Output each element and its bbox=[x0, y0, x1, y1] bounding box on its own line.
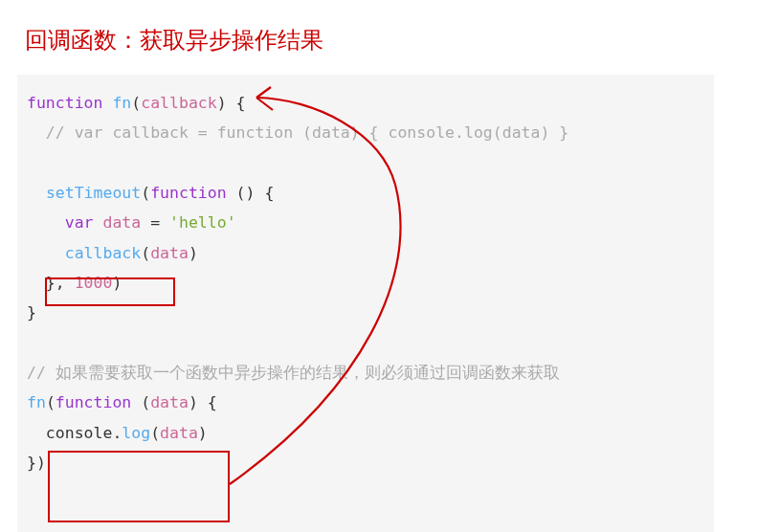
tok-paren: ( bbox=[141, 244, 150, 262]
tok-paren: ( bbox=[46, 393, 56, 411]
tok-func: fn bbox=[112, 94, 131, 112]
tok-call: log bbox=[122, 424, 150, 442]
tok-paren: ( bbox=[131, 94, 141, 112]
tok-keyword: function bbox=[56, 393, 131, 411]
indent: console. bbox=[27, 424, 122, 442]
indent bbox=[27, 184, 46, 202]
tok-paren: ( bbox=[141, 184, 150, 202]
tok-paren: ) bbox=[198, 424, 208, 442]
tok-ident: data bbox=[150, 244, 189, 262]
indent bbox=[27, 213, 65, 232]
tok-comment: // 如果需要获取一个函数中异步操作的结果，则必须通过回调函数来获取 bbox=[27, 364, 560, 382]
tok-string: 'hello' bbox=[169, 213, 236, 232]
tok-keyword: function bbox=[27, 94, 102, 112]
tok-paren: ) { bbox=[189, 393, 217, 411]
code-block: function fn(callback) { // var callback … bbox=[17, 75, 714, 532]
tok-call: setTimeout bbox=[46, 184, 141, 202]
tok-ident: data bbox=[160, 424, 198, 442]
tok-ident: data bbox=[94, 213, 142, 232]
tok-paren: ) bbox=[112, 274, 122, 292]
highlight-box-anon-fn bbox=[48, 451, 230, 522]
indent: }, bbox=[27, 274, 75, 292]
tok-paren: ( bbox=[150, 424, 160, 442]
tok-keyword: function bbox=[150, 184, 226, 202]
tok-num: 1000 bbox=[75, 274, 113, 292]
indent bbox=[27, 244, 65, 262]
tok-paren: () { bbox=[227, 184, 275, 202]
tok-var: var bbox=[65, 213, 94, 232]
tok-ident: callback bbox=[141, 94, 216, 112]
tok-brace: } bbox=[27, 303, 36, 321]
tok-func: fn bbox=[27, 393, 46, 411]
tok-comment: // var callback = function (data) { cons… bbox=[27, 123, 568, 142]
tok-paren: ) bbox=[189, 244, 198, 262]
tok-paren: ) { bbox=[217, 94, 246, 112]
tok-paren: ( bbox=[131, 393, 150, 411]
arrow-annotation bbox=[17, 75, 714, 532]
page-title: 回调函数：获取异步操作结果 bbox=[25, 25, 762, 55]
tok-ident: data bbox=[150, 393, 189, 411]
tok-call: callback bbox=[65, 244, 141, 262]
tok-brace: }) bbox=[27, 454, 46, 472]
tok-eq: = bbox=[141, 213, 169, 232]
